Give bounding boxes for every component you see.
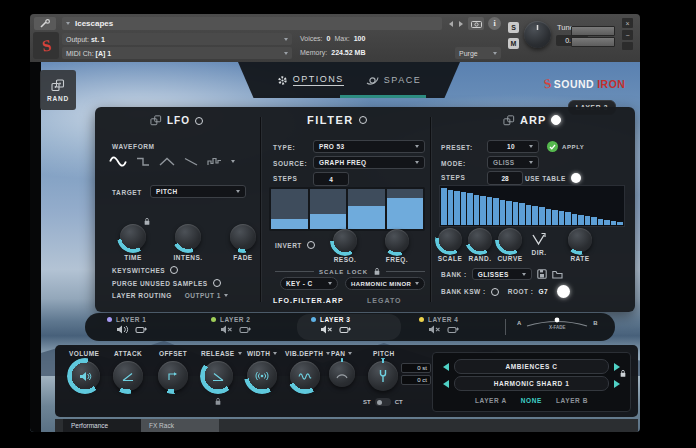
target-dropdown[interactable]: PITCH <box>150 185 246 198</box>
filter-step-graph[interactable] <box>269 187 425 231</box>
lock-icon[interactable] <box>619 369 627 378</box>
offset-knob[interactable] <box>158 361 188 391</box>
graph-step[interactable] <box>348 189 385 229</box>
filter-steps-value[interactable]: 4 <box>313 172 349 186</box>
lock-icon[interactable] <box>214 397 222 406</box>
st-ct-switch[interactable]: ST CT <box>363 398 403 406</box>
graph-step[interactable] <box>519 187 525 225</box>
arp-preset-dropdown[interactable]: 10 <box>487 140 539 153</box>
minimize-button[interactable]: − <box>622 30 633 40</box>
graph-step[interactable] <box>271 189 308 229</box>
use-table-toggle[interactable] <box>571 173 581 183</box>
graph-step[interactable] <box>559 187 565 225</box>
tab-legato[interactable]: LEGATO <box>367 297 402 304</box>
graph-step[interactable] <box>474 187 480 225</box>
switch-pill[interactable] <box>375 398 391 406</box>
layer-2-block[interactable]: LAYER 2 <box>211 316 307 334</box>
speaker-muted-icon[interactable] <box>428 325 441 334</box>
arp-power-toggle[interactable] <box>551 115 561 125</box>
graph-step[interactable] <box>552 187 558 225</box>
routing-dropdown[interactable]: OUTPUT 1 <box>185 292 228 299</box>
chevron-down-icon[interactable] <box>238 352 242 355</box>
graph-step[interactable] <box>585 187 591 225</box>
arp-mode-dropdown[interactable]: GLISS <box>487 156 539 169</box>
save-icon[interactable] <box>537 269 547 279</box>
prev-arrow-icon[interactable] <box>443 363 449 371</box>
bank-dropdown[interactable]: GLISSES <box>472 268 532 280</box>
collapse-icon[interactable] <box>66 22 70 25</box>
graph-step[interactable] <box>506 187 512 225</box>
graph-step[interactable] <box>598 187 604 225</box>
bank-ksw-toggle[interactable] <box>491 288 499 296</box>
graph-step[interactable] <box>480 187 486 225</box>
random-wave-icon[interactable] <box>207 155 223 168</box>
time-knob[interactable] <box>120 224 146 250</box>
graph-step[interactable] <box>611 187 617 225</box>
tune-knob[interactable] <box>524 21 551 48</box>
prev-arrow-icon[interactable] <box>443 380 449 388</box>
graph-step[interactable] <box>565 187 571 225</box>
graph-step[interactable] <box>448 187 454 225</box>
graph-step[interactable] <box>617 187 623 225</box>
layer-b-button[interactable]: LAYER B <box>556 397 588 404</box>
speaker-muted-icon[interactable] <box>320 325 333 334</box>
graph-step[interactable] <box>591 187 597 225</box>
instrument-title-bar[interactable]: Icescapes <box>62 17 442 30</box>
width-knob[interactable] <box>247 361 277 391</box>
fade-knob[interactable] <box>230 224 256 250</box>
tab-lfo-filter-arp[interactable]: LFO.FILTER.ARP <box>273 297 344 304</box>
release-knob[interactable] <box>203 361 233 391</box>
rand-button[interactable]: RAND <box>40 70 76 110</box>
folder-icon[interactable] <box>552 270 563 279</box>
graph-step[interactable] <box>454 187 460 225</box>
purge-samples-toggle[interactable] <box>213 279 221 287</box>
purge-menu[interactable]: Purge <box>455 47 501 59</box>
tab-space[interactable]: SPACE <box>366 75 421 86</box>
graph-step[interactable] <box>578 187 584 225</box>
direction-icon[interactable] <box>530 231 547 247</box>
output-selector[interactable]: Output: st. 1 <box>62 33 292 45</box>
speaker-muted-icon[interactable] <box>220 325 233 334</box>
freq-knob[interactable] <box>385 229 409 253</box>
scale-dropdown[interactable]: HARMONIC MINOR <box>345 277 425 290</box>
reso-knob[interactable] <box>333 229 357 253</box>
wrench-button[interactable] <box>34 17 56 30</box>
chevron-down-icon[interactable] <box>326 352 330 355</box>
keyswitches-toggle[interactable] <box>170 266 178 274</box>
xfade-control[interactable]: A X-FADE B <box>517 316 611 329</box>
prev-snapshot-button[interactable] <box>446 19 455 28</box>
root-toggle[interactable] <box>557 285 570 298</box>
pitch-semitone-value[interactable]: 0 st <box>401 363 431 373</box>
graph-step[interactable] <box>461 187 467 225</box>
aux-button[interactable] <box>622 42 633 50</box>
arp-step-graph[interactable] <box>439 185 625 227</box>
vib-depth-knob[interactable] <box>290 361 320 391</box>
none-button[interactable]: NONE <box>521 397 542 404</box>
graph-step[interactable] <box>604 187 610 225</box>
layer-purge-icon[interactable] <box>447 325 460 334</box>
layer-purge-icon[interactable] <box>339 325 352 334</box>
invert-toggle[interactable] <box>307 241 315 249</box>
graph-step[interactable] <box>532 187 538 225</box>
pitch-cent-value[interactable]: 0 ct <box>401 375 431 385</box>
chevron-down-icon[interactable] <box>348 352 352 355</box>
tab-performance[interactable]: Performance <box>63 419 141 432</box>
lock-icon[interactable] <box>373 267 381 276</box>
graph-step[interactable] <box>526 187 532 225</box>
tab-options[interactable]: OPTIONS <box>277 74 344 86</box>
graph-step[interactable] <box>539 187 545 225</box>
pan-knob[interactable] <box>329 361 355 387</box>
articulation-a-value[interactable]: AMBIENCES C <box>454 359 609 374</box>
layer-purge-icon[interactable] <box>239 325 252 334</box>
filter-source-dropdown[interactable]: GRAPH FREQ <box>313 156 425 169</box>
layer-4-block[interactable]: LAYER 4 <box>419 316 515 334</box>
graph-step[interactable] <box>493 187 499 225</box>
arp-curve-knob[interactable] <box>498 228 522 252</box>
layer-purge-icon[interactable] <box>135 325 148 334</box>
attack-knob[interactable] <box>113 361 143 391</box>
next-snapshot-button[interactable] <box>456 19 465 28</box>
lfo-power-toggle[interactable] <box>195 117 203 125</box>
layer-3-block[interactable]: LAYER 3 <box>311 316 407 334</box>
graph-step[interactable] <box>513 187 519 225</box>
chevron-down-icon[interactable] <box>273 352 277 355</box>
